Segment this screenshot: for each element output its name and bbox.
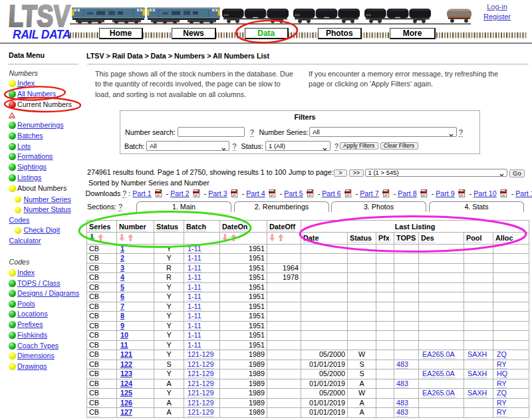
svg-text:LTSV: LTSV [9,3,71,27]
